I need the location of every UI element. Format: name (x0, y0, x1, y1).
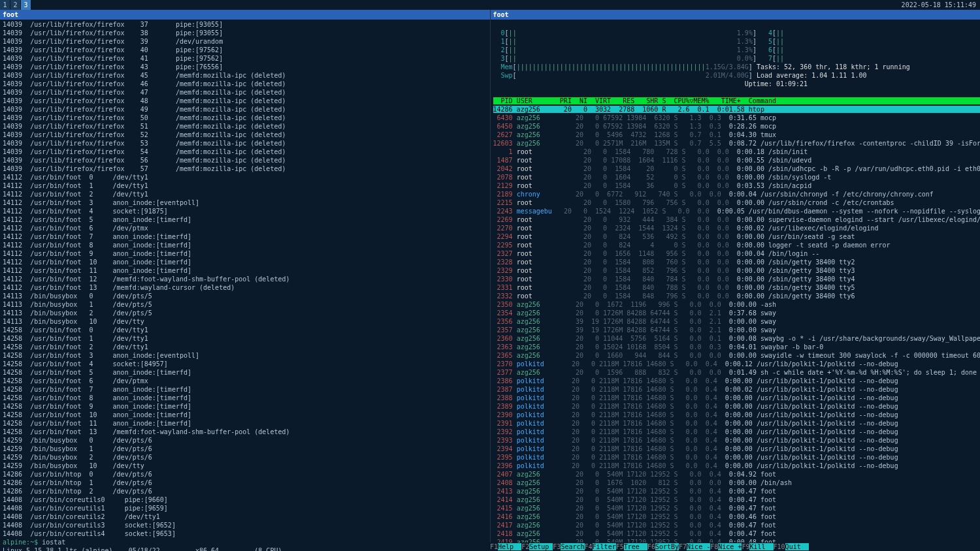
left-terminal[interactable]: 14039 /usr/lib/firefox/firefox 37 pipe:[… (0, 20, 490, 551)
left-pane[interactable]: foot 14039 /usr/lib/firefox/firefox 37 p… (0, 10, 491, 551)
workspace-tab-3[interactable]: 3 (21, 0, 31, 10)
right-terminal[interactable]: 0[|| 1.9%] 4[|| 1.9%] 1[|| 1.3% (491, 20, 981, 551)
right-title: foot (491, 10, 981, 20)
sway-bar: 123 2022-05-18 15:11:49 (0, 0, 980, 10)
workspace-tab-1[interactable]: 1 (0, 0, 10, 10)
clock: 2022-05-18 15:11:49 (902, 1, 980, 9)
right-pane[interactable]: foot 0[|| 1.9%] 4[|| 1.9%] 1[|| (491, 10, 981, 551)
htop-function-keys[interactable]: F1Help F2Setup F3SearchF4FilterF5Tree F6… (490, 543, 980, 551)
workspace-tab-2[interactable]: 2 (10, 0, 20, 10)
workspace-tabs: 123 (0, 0, 31, 10)
left-title: foot (0, 10, 490, 20)
